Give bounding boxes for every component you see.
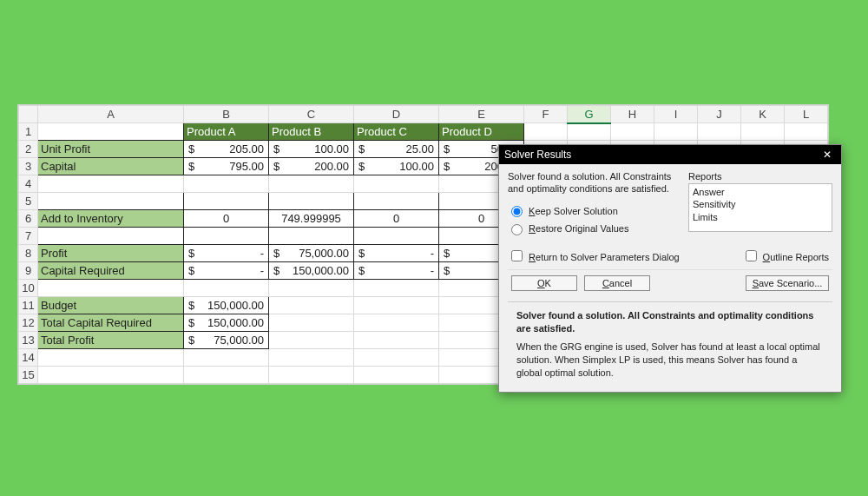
- colhead-A[interactable]: A: [38, 106, 184, 123]
- report-option-sensitivity[interactable]: Sensitivity: [693, 198, 828, 210]
- cell-C2[interactable]: $100.00: [269, 141, 354, 158]
- cell-H1[interactable]: [611, 123, 654, 141]
- cell-D6[interactable]: 0: [354, 210, 439, 228]
- colhead-K[interactable]: K: [741, 106, 785, 123]
- colhead-L[interactable]: L: [785, 106, 828, 123]
- cell-B9[interactable]: $-: [184, 262, 269, 280]
- solver-results-dialog: Solver Results ✕ Solver found a solution…: [498, 144, 842, 393]
- cell-D1[interactable]: Product C: [354, 123, 439, 141]
- cell-B2[interactable]: $205.00: [184, 141, 269, 158]
- row-1: 1 Product A Product B Product C Product …: [19, 123, 828, 141]
- cell-B3[interactable]: $795.00: [184, 158, 269, 175]
- reports-label: Reports: [688, 171, 832, 182]
- ok-button[interactable]: OK: [511, 275, 577, 291]
- cell-D2[interactable]: $25.00: [354, 141, 439, 158]
- cell-B11[interactable]: $150,000.00: [184, 297, 269, 314]
- cell-J1[interactable]: [698, 123, 741, 141]
- cell-I1[interactable]: [654, 123, 698, 141]
- cell-K1[interactable]: [741, 123, 785, 141]
- colhead-D[interactable]: D: [354, 106, 439, 123]
- cell-A6[interactable]: Add to Inventory: [38, 210, 184, 228]
- solver-info-heading: Solver found a solution. All Constraints…: [516, 309, 824, 335]
- cell-A12[interactable]: Total Capital Required: [38, 314, 184, 332]
- report-option-limits[interactable]: Limits: [693, 211, 828, 223]
- checkbox-return-dialog[interactable]: Return to Solver Parameters Dialog: [511, 250, 680, 262]
- cell-A8[interactable]: Profit: [38, 245, 184, 262]
- solver-message: Solver found a solution. All Constraints…: [508, 171, 681, 201]
- col-header-row: A B C D E F G H I J K L: [19, 106, 828, 123]
- close-icon[interactable]: ✕: [819, 145, 836, 164]
- cell-C9[interactable]: $150,000.00: [269, 262, 354, 280]
- cell-G1[interactable]: [568, 123, 611, 141]
- cell-D3[interactable]: $100.00: [354, 158, 439, 175]
- radio-keep-input[interactable]: [511, 206, 523, 217]
- cell-L1[interactable]: [785, 123, 828, 141]
- radio-restore-input[interactable]: [511, 224, 523, 235]
- cell-B13[interactable]: $75,000.00: [184, 332, 269, 349]
- colhead-J[interactable]: J: [698, 106, 741, 123]
- checkbox-outline-input[interactable]: [746, 250, 757, 261]
- colhead-C[interactable]: C: [269, 106, 354, 123]
- cell-F1[interactable]: [524, 123, 568, 141]
- dialog-title: Solver Results: [504, 145, 571, 164]
- select-all-corner[interactable]: [19, 106, 38, 123]
- checkbox-outline-reports[interactable]: Outline Reports: [746, 250, 830, 262]
- cell-B6[interactable]: 0: [184, 210, 269, 228]
- colhead-E[interactable]: E: [439, 106, 524, 123]
- cell-D8[interactable]: $-: [354, 245, 439, 262]
- cell-A1[interactable]: [38, 123, 184, 141]
- cancel-button[interactable]: Cancel: [584, 275, 650, 291]
- rowhead-1[interactable]: 1: [19, 123, 38, 141]
- cell-A9[interactable]: Capital Required: [38, 262, 184, 280]
- report-option-answer[interactable]: Answer: [693, 186, 828, 198]
- dialog-titlebar[interactable]: Solver Results ✕: [499, 145, 841, 164]
- cell-A13[interactable]: Total Profit: [38, 332, 184, 349]
- cell-C3[interactable]: $200.00: [269, 158, 354, 175]
- save-scenario-button[interactable]: Save Scenario...: [746, 275, 829, 291]
- colhead-G[interactable]: G: [568, 106, 611, 123]
- cell-B12[interactable]: $150,000.00: [184, 314, 269, 332]
- cell-A11[interactable]: Budget: [38, 297, 184, 314]
- cell-E1[interactable]: Product D: [439, 123, 524, 141]
- cell-A2[interactable]: Unit Profit: [38, 141, 184, 158]
- cell-C6[interactable]: 749.999995: [269, 210, 354, 228]
- cell-B8[interactable]: $-: [184, 245, 269, 262]
- colhead-I[interactable]: I: [654, 106, 698, 123]
- rowhead-2[interactable]: 2: [19, 141, 38, 158]
- reports-listbox[interactable]: Answer Sensitivity Limits: [688, 183, 832, 232]
- solver-info-body: When the GRG engine is used, Solver has …: [516, 341, 824, 380]
- checkbox-return-input[interactable]: [511, 250, 523, 261]
- cell-C8[interactable]: $75,000.00: [269, 245, 354, 262]
- cell-A3[interactable]: Capital: [38, 158, 184, 175]
- cell-C1[interactable]: Product B: [269, 123, 354, 141]
- colhead-F[interactable]: F: [524, 106, 568, 123]
- rowhead-3[interactable]: 3: [19, 158, 38, 175]
- cell-B1[interactable]: Product A: [184, 123, 269, 141]
- colhead-H[interactable]: H: [611, 106, 654, 123]
- radio-restore-values[interactable]: Restore Original Values: [511, 223, 628, 234]
- colhead-B[interactable]: B: [184, 106, 269, 123]
- cell-D9[interactable]: $-: [354, 262, 439, 280]
- radio-keep-solution[interactable]: Keep Solver Solution: [511, 206, 618, 216]
